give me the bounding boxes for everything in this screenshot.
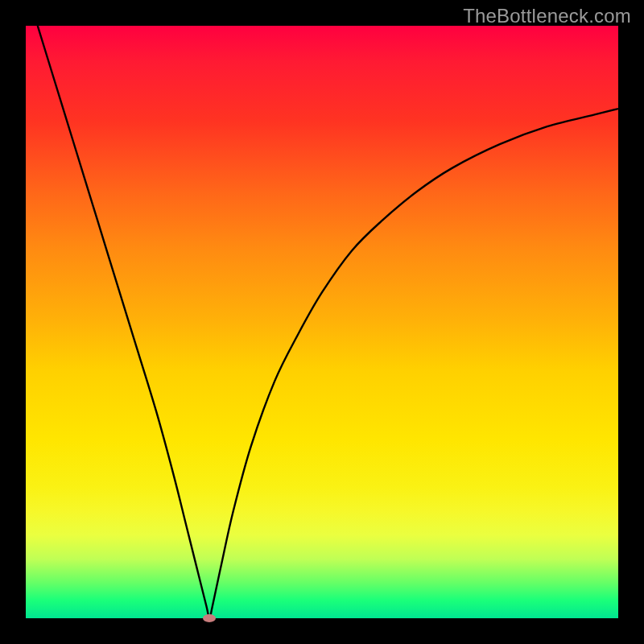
bottleneck-curve — [38, 26, 618, 618]
watermark-text: TheBottleneck.com — [463, 5, 631, 27]
curve-svg — [26, 26, 618, 618]
minimum-marker — [203, 614, 216, 622]
plot-area — [26, 26, 618, 618]
chart-frame: TheBottleneck.com — [0, 0, 644, 644]
